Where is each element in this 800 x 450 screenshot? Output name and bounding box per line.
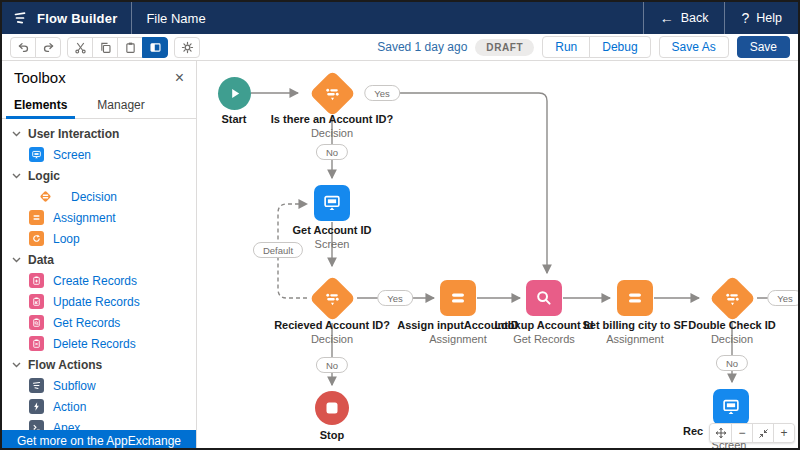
- settings-gear-icon: [181, 41, 194, 54]
- back-button[interactable]: ← Back: [643, 2, 725, 34]
- close-toolbox-icon[interactable]: ×: [175, 70, 184, 86]
- canvas-toolbar: Saved 1 day ago DRAFT Run Debug Save As …: [2, 34, 798, 61]
- chevron-down-icon: [12, 173, 21, 179]
- edge-label-no: No: [316, 357, 348, 373]
- palette-item-loop[interactable]: Loop: [2, 228, 196, 249]
- flow-canvas[interactable]: Start Is there an Account ID? Decision G…: [197, 61, 800, 450]
- pan-button[interactable]: [710, 424, 731, 442]
- node-screen-bottom-right[interactable]: [713, 389, 749, 425]
- assignment-icon: [625, 288, 645, 308]
- palette-item-delete-records[interactable]: Delete Records: [2, 333, 196, 354]
- subflow-icon: [29, 378, 44, 393]
- back-label: Back: [681, 11, 709, 25]
- palette-item-screen[interactable]: Screen: [2, 144, 196, 165]
- node-stop[interactable]: [315, 391, 349, 425]
- edge-label-yes: Yes: [364, 85, 400, 101]
- zoom-in-icon: +: [780, 426, 787, 440]
- palette-item-get-records[interactable]: Get Records: [2, 312, 196, 333]
- undo-icon: [17, 41, 30, 54]
- chevron-down-icon: [12, 131, 21, 137]
- action-icon: [29, 399, 44, 414]
- app-brand: Flow Builder: [2, 2, 131, 34]
- chevron-down-icon: [12, 362, 21, 368]
- copy-button[interactable]: [92, 37, 118, 58]
- search-icon: [534, 288, 554, 308]
- nav-right: ← Back ? Help: [643, 2, 798, 34]
- toggle-toolbox-button[interactable]: [142, 37, 168, 58]
- edge-label-default: Default: [253, 242, 303, 258]
- node-label: Get Account ID: [247, 224, 417, 236]
- chevron-down-icon: [12, 257, 21, 263]
- redo-icon: [42, 41, 55, 54]
- flow-builder-logo-icon: [12, 10, 28, 26]
- palette-item-decision[interactable]: Decision: [2, 186, 196, 207]
- palette-item-create-records[interactable]: Create Records: [2, 270, 196, 291]
- draft-status-badge: DRAFT: [475, 39, 534, 56]
- section-logic[interactable]: Logic: [2, 165, 196, 186]
- node-screen-get-account-id[interactable]: [314, 185, 350, 221]
- help-icon: ?: [741, 10, 749, 26]
- saved-status: Saved 1 day ago: [377, 40, 467, 54]
- screen-icon: [29, 147, 44, 162]
- node-type: Decision: [647, 333, 800, 345]
- appexchange-link[interactable]: Get more on the AppExchange: [2, 430, 196, 450]
- copy-icon: [99, 41, 112, 54]
- back-arrow-icon: ←: [660, 10, 674, 26]
- screen-icon: [321, 192, 343, 214]
- node-assignment-assign-inputaccountid[interactable]: [440, 280, 476, 316]
- toolbox-title: Toolbox: [14, 69, 66, 86]
- toggle-toolbox-icon: [149, 41, 162, 54]
- node-decision-is-there-account-id[interactable]: [308, 69, 356, 117]
- palette-item-update-records[interactable]: Update Records: [2, 291, 196, 312]
- settings-button[interactable]: [174, 37, 200, 58]
- file-name: File Name: [132, 2, 219, 34]
- node-decision-recieved-account-id[interactable]: [308, 274, 356, 322]
- flow-builder-window: Flow Builder File Name ← Back ? Help: [0, 0, 800, 450]
- decision-icon: [323, 289, 342, 308]
- decision-icon: [323, 84, 342, 103]
- create-records-icon: [29, 273, 44, 288]
- edge-label-no: No: [316, 144, 348, 160]
- fit-view-icon: [758, 428, 769, 439]
- node-decision-double-check-id[interactable]: [708, 274, 756, 322]
- edge-label-no: No: [716, 355, 748, 371]
- redo-button[interactable]: [35, 37, 61, 58]
- node-stop-label: Stop: [247, 429, 417, 441]
- tab-elements[interactable]: Elements: [12, 93, 69, 118]
- paste-icon: [124, 41, 137, 54]
- get-records-icon: [29, 315, 44, 330]
- loop-icon: [29, 231, 44, 246]
- save-button[interactable]: Save: [737, 36, 790, 58]
- section-data[interactable]: Data: [2, 249, 196, 270]
- canvas-zoom-controls: − +: [709, 423, 795, 443]
- tab-manager[interactable]: Manager: [95, 93, 146, 118]
- fit-view-button[interactable]: [752, 424, 773, 442]
- assignment-icon: [448, 288, 468, 308]
- node-start[interactable]: [218, 77, 251, 110]
- debug-button[interactable]: Debug: [589, 36, 650, 58]
- save-as-button[interactable]: Save As: [659, 36, 729, 58]
- undo-button[interactable]: [10, 37, 36, 58]
- palette-item-assignment[interactable]: Assignment: [2, 207, 196, 228]
- help-button[interactable]: ? Help: [724, 2, 798, 34]
- cut-icon: [74, 41, 87, 54]
- palette-item-action[interactable]: Action: [2, 396, 196, 417]
- zoom-out-icon: −: [738, 426, 745, 440]
- node-assignment-set-billing-city[interactable]: [617, 280, 653, 316]
- help-label: Help: [756, 11, 782, 25]
- paste-button[interactable]: [117, 37, 143, 58]
- edge-label-yes: Yes: [377, 290, 413, 306]
- zoom-out-button[interactable]: −: [731, 424, 752, 442]
- top-nav: Flow Builder File Name ← Back ? Help: [2, 2, 798, 34]
- zoom-in-button[interactable]: +: [773, 424, 794, 442]
- cut-button[interactable]: [67, 37, 93, 58]
- screen-icon: [720, 396, 742, 418]
- node-type: Decision: [247, 127, 417, 139]
- node-get-records-lookup-account-id[interactable]: [526, 280, 562, 316]
- palette-item-subflow[interactable]: Subflow: [2, 375, 196, 396]
- run-button[interactable]: Run: [542, 36, 590, 58]
- section-user-interaction[interactable]: User Interaction: [2, 123, 196, 144]
- app-title: Flow Builder: [37, 11, 117, 26]
- delete-records-icon: [29, 336, 44, 351]
- section-flow-actions[interactable]: Flow Actions: [2, 354, 196, 375]
